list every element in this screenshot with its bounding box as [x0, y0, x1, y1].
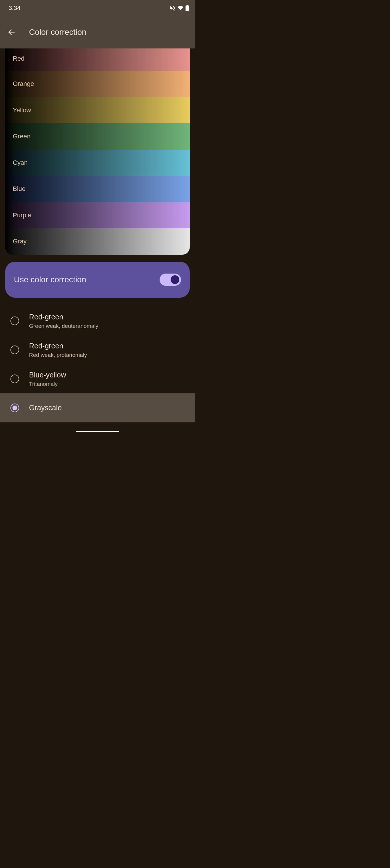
option-title: Red-green [29, 312, 98, 322]
preview-row-label: Purple [13, 212, 31, 219]
svg-rect-0 [186, 5, 189, 11]
preview-row-label: Cyan [13, 159, 28, 166]
option-grayscale[interactable]: Grayscale [0, 393, 195, 423]
use-color-correction-toggle[interactable]: Use color correction [5, 262, 190, 298]
option-title: Red-green [29, 341, 87, 351]
preview-row-label: Gray [13, 238, 27, 245]
option-texts: Grayscale [29, 403, 62, 412]
option-subtitle: Tritanomaly [29, 381, 66, 387]
preview-row-purple: Purple [5, 202, 190, 228]
battery-icon [185, 5, 189, 11]
preview-row-label: Yellow [13, 106, 31, 114]
toggle-switch-on [159, 274, 181, 286]
option-title: Grayscale [29, 403, 62, 412]
radio-checked-icon [10, 404, 19, 412]
preview-row-orange: Orange [5, 71, 190, 97]
app-bar: Color correction [0, 16, 195, 49]
option-subtitle: Green weak, deuteranomaly [29, 323, 98, 329]
status-bar: 3:34 [0, 0, 195, 16]
preview-row-label: Blue [13, 185, 26, 193]
preview-row-yellow: Yellow [5, 97, 190, 124]
svg-rect-1 [187, 5, 188, 6]
status-icons [169, 5, 189, 11]
option-texts: Red-green Green weak, deuteranomaly [29, 312, 98, 329]
option-title: Blue-yellow [29, 370, 66, 380]
status-time: 3:34 [9, 5, 21, 11]
option-protanomaly[interactable]: Red-green Red weak, protanomaly [0, 335, 195, 364]
correction-mode-list: Red-green Green weak, deuteranomaly Red-… [0, 305, 195, 424]
navigation-bar [0, 431, 195, 432]
preview-row-label: Red [13, 55, 24, 62]
preview-row-red: Red [5, 49, 190, 71]
radio-unchecked-icon [10, 375, 19, 383]
radio-unchecked-icon [10, 345, 19, 354]
wifi-icon [177, 5, 184, 11]
option-texts: Blue-yellow Tritanomaly [29, 370, 66, 387]
preview-row-gray: Gray [5, 228, 190, 255]
preview-row-green: Green [5, 123, 190, 150]
preview-row-blue: Blue [5, 176, 190, 202]
toggle-label: Use color correction [14, 275, 86, 284]
radio-unchecked-icon [10, 316, 19, 325]
option-deuteranomaly[interactable]: Red-green Green weak, deuteranomaly [0, 306, 195, 335]
back-arrow-icon [7, 28, 16, 36]
back-button[interactable] [6, 26, 18, 38]
color-preview-card: Red Orange Yellow Green Cyan Blue Purple… [5, 49, 190, 255]
preview-row-label: Green [13, 132, 30, 140]
preview-row-cyan: Cyan [5, 150, 190, 176]
gesture-pill[interactable] [76, 431, 119, 432]
option-tritanomaly[interactable]: Blue-yellow Tritanomaly [0, 364, 195, 393]
option-texts: Red-green Red weak, protanomaly [29, 341, 87, 358]
preview-row-label: Orange [13, 80, 34, 88]
option-subtitle: Red weak, protanomaly [29, 352, 87, 358]
mute-icon [169, 5, 176, 11]
page-title: Color correction [29, 28, 87, 37]
